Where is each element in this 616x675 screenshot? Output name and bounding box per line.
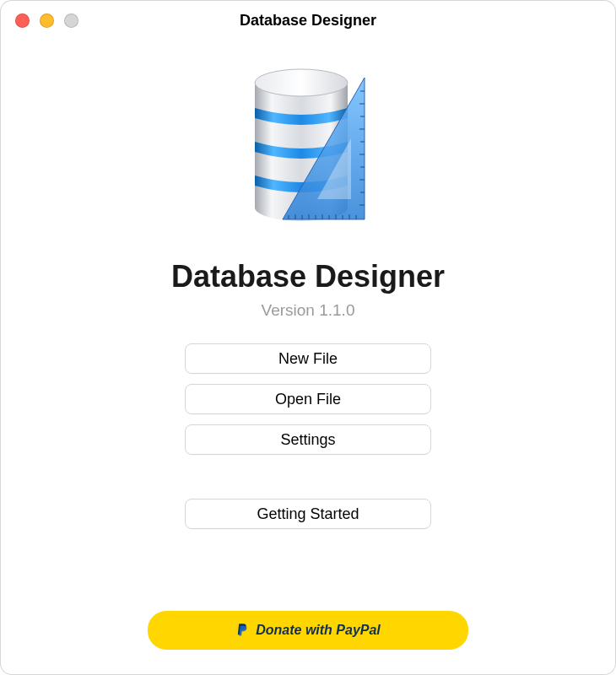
app-name: Database Designer — [171, 259, 445, 294]
maximize-icon[interactable] — [64, 14, 78, 28]
open-file-button[interactable]: Open File — [185, 384, 431, 414]
donate-button[interactable]: Donate with PayPal — [148, 611, 468, 650]
button-stack: New File Open File Settings Getting Star… — [185, 343, 431, 529]
database-designer-icon — [236, 66, 380, 226]
svg-point-2 — [255, 69, 348, 96]
titlebar: Database Designer — [0, 0, 616, 40]
new-file-button[interactable]: New File — [185, 343, 431, 374]
window-title: Database Designer — [240, 12, 376, 30]
paypal-icon — [235, 623, 249, 638]
donate-label: Donate with PayPal — [256, 623, 381, 638]
content-area: Database Designer Version 1.1.0 New File… — [0, 40, 616, 529]
getting-started-button[interactable]: Getting Started — [185, 499, 431, 529]
app-window: Database Designer — [0, 0, 616, 675]
app-logo — [236, 66, 380, 230]
close-icon[interactable] — [15, 14, 30, 28]
settings-button[interactable]: Settings — [185, 424, 431, 455]
new-file-label: New File — [278, 350, 338, 368]
donate-area: Donate with PayPal — [148, 611, 468, 650]
getting-started-label: Getting Started — [257, 505, 359, 523]
minimize-icon[interactable] — [40, 14, 54, 28]
traffic-lights — [15, 14, 78, 28]
version-label: Version 1.1.0 — [262, 301, 355, 320]
open-file-label: Open File — [275, 391, 341, 408]
settings-label: Settings — [280, 431, 335, 449]
